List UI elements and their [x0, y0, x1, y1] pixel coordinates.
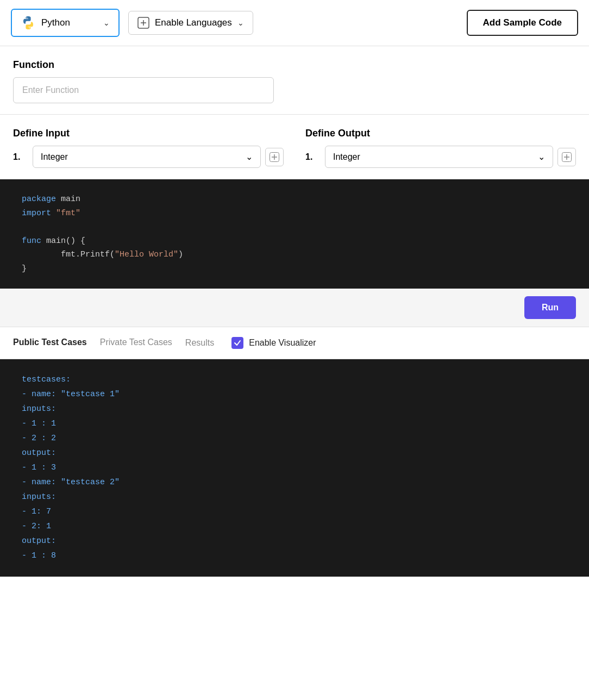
function-label: Function: [13, 59, 576, 71]
code-editor[interactable]: package main import "fmt" func main() { …: [0, 179, 589, 289]
code-line-4: func main() {: [22, 234, 567, 248]
checkmark-icon: [234, 339, 241, 347]
code-line-5: fmt.Printf("Hello World"): [22, 248, 567, 262]
code-line-1: package main: [22, 192, 567, 207]
add-output-row-button[interactable]: [557, 148, 576, 166]
tc-line-10: - 1: 7: [22, 504, 567, 519]
run-button[interactable]: Run: [524, 296, 576, 319]
tc-line-8: - name: "testcase 2": [22, 475, 567, 490]
define-output-label: Define Output: [305, 128, 576, 139]
tc-line-5: - 2 : 2: [22, 431, 567, 446]
tc-line-12: output:: [22, 534, 567, 548]
tc-line-2: - name: "testcase 1": [22, 387, 567, 402]
define-output-col: Define Output 1. Integer ⌄: [305, 128, 576, 168]
output-type-label-1: Integer: [333, 152, 534, 162]
plus-icon-output: [562, 152, 572, 162]
code-line-6: }: [22, 262, 567, 276]
tab-private-test-cases[interactable]: Private Test Cases: [100, 338, 172, 348]
code-line-3: [22, 220, 567, 234]
plus-square-icon: [137, 17, 149, 29]
output-type-row-1: 1. Integer ⌄: [305, 146, 576, 168]
tc-line-9: inputs:: [22, 490, 567, 504]
tab-results[interactable]: Results: [185, 338, 214, 348]
input-type-label-1: Integer: [41, 152, 241, 162]
enable-languages-label: Enable Languages: [155, 17, 232, 28]
output-type-chevron-icon: ⌄: [538, 152, 545, 162]
function-section: Function: [0, 46, 589, 115]
function-input[interactable]: [13, 77, 274, 103]
enable-languages-chevron-icon: ⌄: [237, 18, 244, 27]
enable-languages-button[interactable]: Enable Languages ⌄: [128, 11, 253, 35]
toolbar: Python ⌄ Enable Languages ⌄ Add Sample C…: [0, 0, 589, 46]
enable-visualizer-label: Enable Visualizer: [249, 338, 316, 348]
define-row: Define Input 1. Integer ⌄ Define Output …: [0, 115, 589, 179]
tab-public-test-cases[interactable]: Public Test Cases: [13, 338, 87, 348]
output-number-1: 1.: [305, 152, 321, 162]
testcases-area[interactable]: testcases: - name: "testcase 1" inputs: …: [0, 359, 589, 577]
language-label: Python: [41, 17, 98, 28]
visualizer-row: Enable Visualizer: [231, 337, 316, 349]
language-selector[interactable]: Python ⌄: [11, 9, 120, 37]
output-type-selector-1[interactable]: Integer ⌄: [325, 146, 553, 168]
test-tabs: Public Test Cases Private Test Cases Res…: [0, 327, 589, 359]
add-input-row-button[interactable]: [265, 148, 284, 166]
python-icon: [21, 15, 36, 30]
code-line-2: import "fmt": [22, 207, 567, 221]
tc-line-4: - 1 : 1: [22, 416, 567, 431]
add-sample-code-button[interactable]: Add Sample Code: [467, 10, 578, 36]
input-type-chevron-icon: ⌄: [246, 152, 253, 162]
input-type-selector-1[interactable]: Integer ⌄: [33, 146, 261, 168]
input-type-row-1: 1. Integer ⌄: [13, 146, 284, 168]
define-input-col: Define Input 1. Integer ⌄: [13, 128, 284, 168]
language-chevron-icon: ⌄: [103, 18, 110, 27]
define-input-label: Define Input: [13, 128, 284, 139]
tc-line-3: inputs:: [22, 402, 567, 416]
plus-icon: [270, 152, 279, 162]
enable-visualizer-checkbox[interactable]: [231, 337, 243, 349]
tc-line-13: - 1 : 8: [22, 548, 567, 563]
input-number-1: 1.: [13, 152, 28, 162]
tc-line-6: output:: [22, 446, 567, 460]
tc-line-11: - 2: 1: [22, 519, 567, 534]
tc-line-7: - 1 : 3: [22, 460, 567, 475]
tc-line-1: testcases:: [22, 372, 567, 387]
run-bar: Run: [0, 289, 589, 327]
